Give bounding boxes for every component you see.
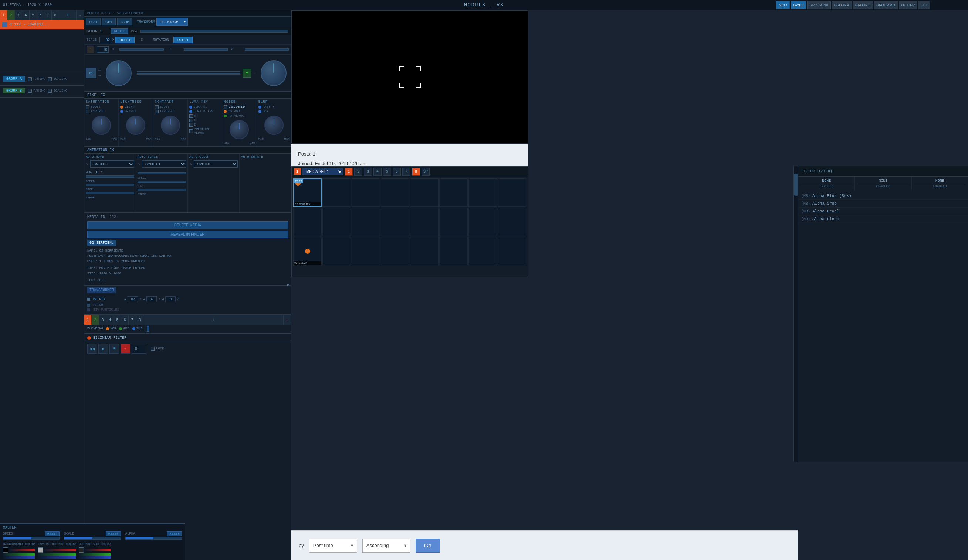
- media-cell-23[interactable]: [498, 237, 526, 265]
- bot-tab-6[interactable]: 6: [121, 315, 129, 325]
- stop-btn[interactable]: ■: [109, 344, 119, 354]
- master-alpha-reset[interactable]: RESET: [167, 531, 182, 536]
- bg-b-bar[interactable]: [3, 556, 35, 558]
- lightness-knob[interactable]: [126, 116, 145, 135]
- noise-knob[interactable]: [230, 120, 249, 139]
- media-cell-8[interactable]: [293, 208, 322, 236]
- bot-tab-2[interactable]: 2: [92, 315, 99, 325]
- v-slider-1[interactable]: [137, 71, 240, 72]
- ms-tab-4[interactable]: 4: [373, 168, 381, 176]
- media-cell-6[interactable]: [469, 178, 497, 207]
- transform-select[interactable]: FILL STAGE FIT STAGE STRETCH ORIGINAL: [156, 18, 188, 26]
- out-r-bar[interactable]: [85, 549, 111, 551]
- ms-tab-8[interactable]: 8: [412, 168, 420, 176]
- scaling-checkbox[interactable]: [48, 77, 52, 81]
- media-cell-4[interactable]: [410, 178, 439, 207]
- move-size-slider[interactable]: [86, 184, 134, 186]
- colored-checkbox[interactable]: [224, 105, 227, 109]
- layer-tab-5[interactable]: 5: [30, 10, 37, 20]
- lock-checkbox[interactable]: [151, 347, 154, 350]
- saturation-knob[interactable]: [92, 116, 111, 135]
- bot-tab-1[interactable]: 1: [84, 315, 92, 325]
- play-transport-btn[interactable]: ▶: [98, 344, 108, 354]
- layer-tab-6[interactable]: 6: [37, 10, 45, 20]
- minus-icon[interactable]: −: [86, 46, 94, 53]
- layer-item-active[interactable]: N°112 - LOADING...: [0, 20, 84, 30]
- preserve-alpha-checkbox[interactable]: [189, 129, 193, 133]
- media-cell-12[interactable]: [410, 208, 439, 236]
- play-btn[interactable]: PLAY: [86, 18, 101, 25]
- media-cell-21[interactable]: [439, 237, 468, 265]
- layer-tab-add[interactable]: +: [59, 10, 76, 20]
- fading-b-checkbox[interactable]: [28, 89, 32, 93]
- media-cell-22[interactable]: [469, 237, 497, 265]
- media-cell-11[interactable]: [381, 208, 409, 236]
- order-select[interactable]: Ascending Descending: [362, 539, 410, 553]
- blending-slider-thumb[interactable]: [147, 326, 149, 332]
- layer-tab-7[interactable]: 7: [45, 10, 52, 20]
- ms-tab-2[interactable]: 2: [354, 168, 362, 176]
- master-alpha-slider[interactable]: [125, 537, 182, 540]
- opt-btn[interactable]: OPT: [102, 18, 116, 25]
- media-cell-15[interactable]: [498, 208, 526, 236]
- matrix-y-input[interactable]: [146, 296, 157, 302]
- media-cell-2[interactable]: [351, 178, 380, 207]
- v-slider-2[interactable]: [137, 73, 240, 74]
- scale-x-input[interactable]: [99, 36, 111, 43]
- effect-item-1[interactable]: (M8) Alpha Crop: [798, 200, 968, 208]
- media-cell-17[interactable]: [322, 237, 351, 265]
- contrast-knob[interactable]: [161, 116, 180, 135]
- inv-r-bar[interactable]: [45, 549, 76, 551]
- media-cell-14[interactable]: [469, 208, 497, 236]
- speed-slider[interactable]: [140, 30, 288, 33]
- media-cell-20[interactable]: [410, 237, 439, 265]
- rotation-reset-btn[interactable]: RESET: [173, 36, 192, 43]
- group-mix-btn[interactable]: GROUP MIX: [874, 1, 898, 9]
- effect-item-2[interactable]: (M8) Alpha Level: [798, 208, 968, 215]
- inv-g-bar[interactable]: [38, 553, 76, 555]
- v-slider-3[interactable]: [137, 74, 240, 75]
- bg-r-bar[interactable]: [10, 549, 35, 551]
- bot-tab-rem[interactable]: -: [283, 315, 291, 325]
- scale-x10-input[interactable]: [97, 46, 109, 53]
- record-btn[interactable]: ●: [121, 344, 130, 354]
- matrix-x-input[interactable]: [128, 296, 138, 302]
- ms-tab-5[interactable]: 5: [383, 168, 391, 176]
- media-cell-0[interactable]: EDIT 02 SERPIEN.: [293, 178, 322, 207]
- inverse-checkbox[interactable]: [86, 110, 90, 113]
- out-g-bar[interactable]: [79, 553, 111, 555]
- y-slider[interactable]: [245, 48, 289, 51]
- group-b-btn[interactable]: GROUP B: [853, 1, 873, 9]
- media-set-select[interactable]: MEDIA SET 1 MEDIA SET 2: [302, 168, 343, 175]
- auto-move-select[interactable]: SMOOTH LINEAR RANDOM: [90, 160, 134, 168]
- layer-tab-1[interactable]: 1: [0, 10, 7, 20]
- reset-btn[interactable]: RESET: [111, 28, 128, 34]
- master-speed-reset[interactable]: RESET: [45, 531, 60, 536]
- grid-btn[interactable]: GRID: [776, 1, 790, 9]
- patch-label[interactable]: PATCH: [93, 303, 123, 307]
- media-cell-9[interactable]: [322, 208, 351, 236]
- sort-by-select[interactable]: Post time Subject Author: [309, 539, 357, 553]
- out-btn[interactable]: OUT: [918, 1, 930, 9]
- matrix-label[interactable]: MATRIX: [93, 297, 123, 301]
- luma-b-checkbox[interactable]: [189, 123, 193, 127]
- arrow-left-icon[interactable]: ←: [98, 68, 101, 73]
- ms-tab-7[interactable]: 7: [402, 168, 410, 176]
- go-btn[interactable]: Go: [416, 539, 440, 553]
- ms-tab-6[interactable]: 6: [393, 168, 401, 176]
- layer-tab-3[interactable]: 3: [15, 10, 22, 20]
- plus-icon[interactable]: +: [242, 69, 252, 78]
- particles-label[interactable]: 3IV PARTICLES: [93, 308, 123, 312]
- fade-btn[interactable]: FADE: [117, 18, 133, 25]
- scale-x-slider[interactable]: [119, 48, 163, 51]
- media-cell-18[interactable]: [351, 237, 380, 265]
- scale-knob[interactable]: [261, 60, 287, 86]
- bot-tab-7[interactable]: 7: [129, 315, 136, 325]
- bg-g-bar[interactable]: [3, 553, 35, 555]
- layer-tab-remove[interactable]: -: [76, 10, 84, 20]
- right-arr-icon[interactable]: ▶: [90, 170, 92, 174]
- media-cell-16[interactable]: 02 SELVA: [293, 237, 322, 265]
- layer-tab-2[interactable]: 2: [7, 10, 15, 20]
- layer-tab-4[interactable]: 4: [22, 10, 30, 20]
- bot-tab-add[interactable]: +: [143, 315, 283, 325]
